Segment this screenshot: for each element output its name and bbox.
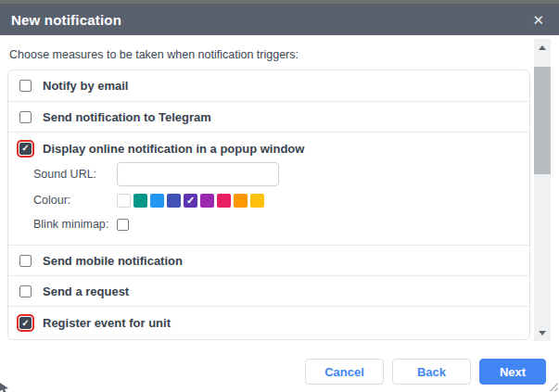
- measure-row-mobile-notification[interactable]: Send mobile notification: [8, 245, 529, 275]
- colour-swatch-3[interactable]: [167, 194, 181, 208]
- register-event-checkbox[interactable]: [19, 317, 32, 329]
- colour-swatches: [117, 194, 264, 208]
- colour-swatch-8[interactable]: [250, 194, 264, 208]
- back-button[interactable]: Back: [392, 359, 471, 385]
- sound-url-input[interactable]: [117, 162, 279, 186]
- dialog-titlebar: New notification ✕: [0, 4, 559, 35]
- colour-row: Colour:: [8, 188, 529, 212]
- measure-label: Notify by email: [43, 79, 128, 93]
- measure-row-popup-window: Display online notification in a popup w…: [8, 132, 529, 245]
- colour-swatch-5[interactable]: [200, 194, 214, 208]
- colour-swatch-7[interactable]: [234, 194, 248, 208]
- blink-minimap-label: Blink minimap:: [33, 218, 117, 231]
- scroll-up-button[interactable]: [534, 39, 551, 56]
- colour-swatch-4[interactable]: [184, 194, 197, 208]
- blink-minimap-row: Blink minimap:: [8, 212, 529, 236]
- close-icon[interactable]: ✕: [532, 13, 544, 27]
- mobile-notification-checkbox[interactable]: [19, 255, 32, 267]
- measure-label: Register event for unit: [43, 316, 171, 330]
- popup-window-row-head[interactable]: Display online notification in a popup w…: [8, 133, 529, 160]
- blink-minimap-checkbox[interactable]: [117, 219, 129, 231]
- colour-swatch-6[interactable]: [217, 194, 231, 208]
- sound-url-label: Sound URL:: [33, 168, 117, 181]
- next-button[interactable]: Next: [479, 359, 546, 385]
- measure-label: Display online notification in a popup w…: [43, 142, 304, 156]
- vertical-scrollbar[interactable]: [534, 39, 551, 341]
- measure-label: Send notification to Telegram: [43, 110, 211, 124]
- popup-window-checkbox[interactable]: [19, 143, 32, 155]
- scrollbar-thumb[interactable]: [534, 67, 551, 174]
- scroll-down-button[interactable]: [534, 324, 551, 341]
- measure-row-register-event[interactable]: Register event for unit: [8, 306, 529, 339]
- telegram-checkbox[interactable]: [19, 111, 32, 123]
- measure-label: Send mobile notification: [43, 254, 183, 268]
- arrow-up-icon: [539, 45, 546, 50]
- measure-label: Send a request: [43, 285, 129, 298]
- dialog-title: New notification: [11, 12, 121, 28]
- instruction-text: Choose measures to be taken when notific…: [9, 48, 530, 61]
- colour-label: Colour:: [33, 194, 117, 207]
- send-request-checkbox[interactable]: [19, 285, 32, 297]
- measure-row-notify-by-email[interactable]: Notify by email: [8, 70, 529, 101]
- measure-row-send-request[interactable]: Send a request: [8, 275, 529, 306]
- scrollbar-track[interactable]: [534, 56, 551, 324]
- arrow-down-icon: [539, 331, 546, 335]
- colour-swatch-0[interactable]: [117, 194, 131, 208]
- measures-panel: Notify by email Send notification to Tel…: [7, 70, 530, 340]
- dialog-footer: Cancel Back Next: [0, 351, 559, 392]
- colour-swatch-2[interactable]: [150, 194, 164, 208]
- cancel-button[interactable]: Cancel: [305, 359, 384, 385]
- colour-swatch-1[interactable]: [133, 194, 147, 208]
- measure-row-telegram[interactable]: Send notification to Telegram: [8, 101, 529, 132]
- sound-url-row: Sound URL:: [8, 160, 529, 188]
- notify-by-email-checkbox[interactable]: [19, 80, 32, 92]
